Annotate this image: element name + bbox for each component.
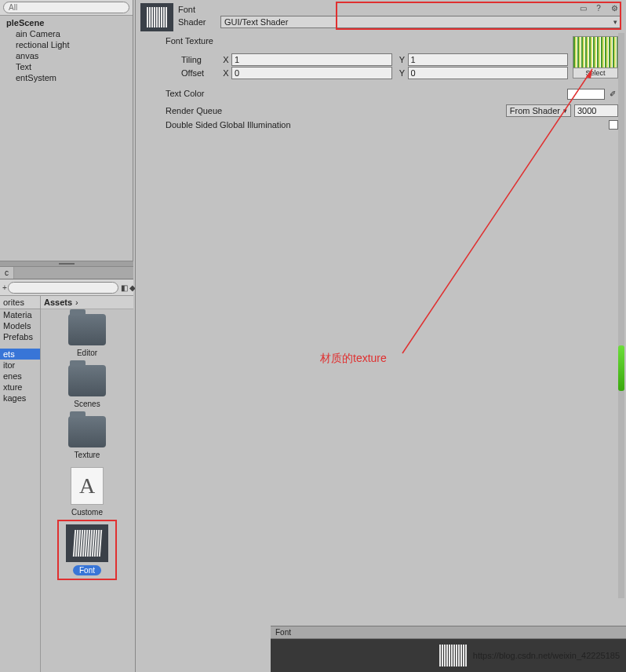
asset-folder[interactable]: Editor [62,314,112,357]
font-file-icon: A [71,467,104,505]
tiling-label: Tiling [166,55,220,64]
tree-item[interactable]: ain Camera [0,28,133,39]
scrollbar-thumb[interactable] [618,345,624,391]
folder-icon [68,365,106,396]
project-tab[interactable]: c [0,267,14,279]
dsgi-checkbox[interactable] [609,120,618,130]
select-texture-button[interactable]: Select [573,68,617,78]
shader-dropdown[interactable]: GUI/Text Shader [220,16,621,28]
tree-item[interactable]: rectional Light [0,39,133,50]
scrollbar[interactable] [618,33,624,598]
texture-thumbnail [573,37,617,68]
sidebar-item[interactable]: itor [0,360,40,371]
scene-root[interactable]: pleScene [0,17,133,28]
x-label: X [220,55,231,64]
texture-slot[interactable]: Select [573,36,618,79]
render-queue-dropdown[interactable]: From Shader [506,104,571,117]
material-preview-bar: https://blog.csdn.net/weixin_42225185 [271,639,626,672]
gear-icon[interactable]: ⚙ [608,2,621,14]
y-label: Y [397,55,408,64]
font-texture-label: Font Texture [166,36,573,46]
filter-icon[interactable]: ◧ [121,281,128,294]
folder-icon [68,314,106,345]
hierarchy-search-input[interactable] [3,2,129,13]
create-icon[interactable]: + [2,281,7,294]
tree-item[interactable]: entSystem [0,72,133,83]
material-preview-icon [140,3,173,31]
offset-y-input[interactable] [408,67,569,79]
sidebar-item[interactable]: kages [0,393,40,404]
annotation-text: 材质的texture [320,352,387,366]
color-swatch[interactable] [567,89,605,100]
preview-title: Font [271,626,626,639]
shader-label: Shader [178,17,220,27]
material-icon [66,524,108,562]
asset-file[interactable]: ACustome [62,467,112,517]
sidebar-item[interactable]: Models [0,320,40,331]
offset-label: Offset [166,68,220,78]
tree-item[interactable]: Text [0,61,133,72]
watermark-url: https://blog.csdn.net/weixin_42225185 [473,651,620,660]
asset-material[interactable]: Font [62,524,112,575]
tiling-y-input[interactable] [408,53,569,66]
render-queue-label: Render Queue [166,106,222,115]
asset-folder[interactable]: Texture [62,416,112,459]
render-queue-input[interactable] [574,104,618,117]
dsgi-label: Double Sided Global Illumination [166,120,291,130]
sidebar-item[interactable]: enes [0,371,40,382]
folder-icon [68,416,106,447]
project-search-input[interactable] [8,282,118,294]
help-icon[interactable]: ? [592,2,605,14]
tiling-x-input[interactable] [231,53,392,66]
sidebar-item[interactable]: Prefabs [0,331,40,342]
sidebar-item[interactable]: Materia [0,309,40,320]
favorites-header: orites [0,296,40,309]
tree-item[interactable]: anvas [0,50,133,61]
sidebar-item-assets[interactable]: ets [0,349,40,360]
eyedropper-icon[interactable]: ✐ [607,88,618,99]
text-color-label: Text Color [166,89,205,98]
material-title: Font [178,5,220,14]
preset-icon[interactable]: ▭ [577,2,589,14]
chevron-right-icon: › [75,298,78,307]
panel-resize-handle[interactable] [0,261,133,267]
offset-x-input[interactable] [231,67,392,79]
breadcrumb[interactable]: Assets [44,298,72,307]
sidebar-item[interactable]: xture [0,382,40,393]
asset-folder[interactable]: Scenes [62,365,112,408]
